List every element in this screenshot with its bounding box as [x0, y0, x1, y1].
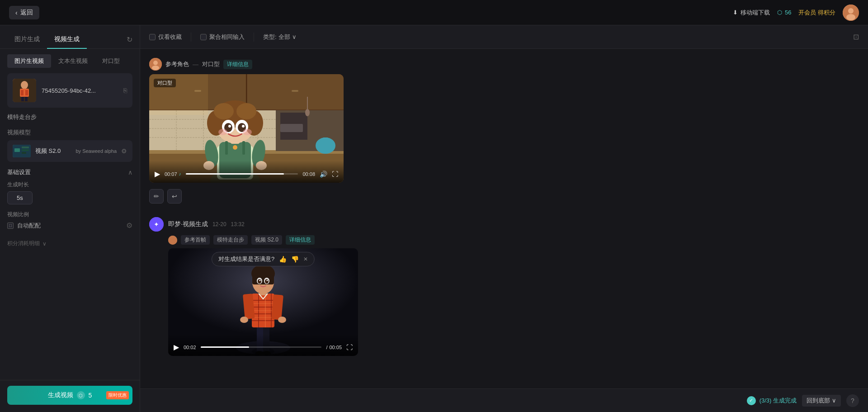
content-toolbar: 仅看收藏 聚合相同输入 类型: 全部 ∨ ⊡ [140, 25, 868, 49]
avatar[interactable] [843, 5, 859, 21]
duration-button[interactable]: 5s [7, 191, 33, 204]
generate-badge: 限时优惠 [106, 391, 129, 399]
ratio-setting: 视频比例 □ 自动配配 ⚙ [7, 211, 132, 230]
points-detail[interactable]: 积分消耗明细 ∨ [7, 236, 132, 251]
back-icon: ‹ [15, 9, 18, 16]
download-label: 移动端下载 [741, 9, 770, 17]
generate-button[interactable]: 生成视频 ⬡ 5 限时优惠 [7, 386, 132, 405]
ratio-settings-icon[interactable]: ⚙ [126, 221, 132, 230]
cost-icon: ⬡ [77, 391, 85, 399]
video-1-actions: ✏ ↩ [149, 186, 859, 206]
feed-item-1-meta: 参考角色 — 对口型 详细信息 [165, 60, 252, 69]
satisfaction-popup: 对生成结果是否满意? 👍 👎 ✕ [212, 252, 315, 266]
duration-setting: 生成时长 5s [7, 181, 132, 204]
play-button-1[interactable]: ▶ [155, 170, 160, 178]
fullscreen-icon-2[interactable]: ⛶ [346, 344, 353, 351]
svg-rect-40 [280, 124, 303, 132]
topbar-left: ‹ 返回 [9, 6, 39, 19]
svg-rect-14 [22, 152, 26, 154]
generate-label: 生成视频 [48, 391, 73, 399]
svg-rect-70 [242, 141, 245, 155]
return-bottom-button[interactable]: 回到底部 ∨ [802, 395, 841, 407]
favorites-filter[interactable]: 仅看收藏 [149, 33, 182, 41]
svg-point-62 [242, 125, 245, 128]
svg-point-4 [21, 81, 28, 89]
feed-2-detail-button[interactable]: 详细信息 [286, 235, 315, 245]
feed-2-date: 12-20 [212, 221, 226, 227]
edit-button-1[interactable]: ✏ [149, 189, 164, 204]
feed-2-ref-avatar [168, 236, 177, 245]
type-dropdown[interactable]: 类型: 全部 ∨ [263, 33, 297, 41]
feed: 参考角色 — 对口型 详细信息 [140, 49, 868, 388]
help-button[interactable]: ? [846, 394, 859, 407]
main-layout: 图片生成 视频生成 ↻ 图片生视频 文本生视频 对口型 [0, 25, 868, 412]
settings-toggle-icon[interactable]: ∧ [128, 169, 132, 176]
model-settings-icon[interactable]: ⚙ [121, 147, 127, 155]
duration-label: 生成时长 [7, 181, 132, 189]
model-card: 视频 S2.0 by Seaweed alpha ⚙ [7, 140, 132, 162]
settings-header: 基础设置 ∧ [7, 168, 132, 176]
tab-video-generation[interactable]: 视频生成 [47, 31, 87, 49]
play-button-2[interactable]: ▶ [174, 343, 179, 351]
fullscreen-icon-1[interactable]: ⛶ [332, 170, 338, 178]
refresh-icon[interactable]: ↻ [127, 35, 132, 44]
model-name: 视频 S2.0 [35, 147, 71, 155]
feed-2-source: 即梦·视频生成 [168, 220, 208, 228]
generate-cost: 5 [89, 392, 92, 399]
svg-point-108 [267, 280, 268, 281]
svg-rect-69 [225, 141, 228, 155]
total-time-1: 00:08 [302, 171, 315, 177]
svg-rect-6 [21, 90, 24, 95]
back-button[interactable]: ‹ 返回 [9, 6, 39, 19]
svg-rect-11 [14, 148, 20, 152]
generate-area: 生成视频 ⬡ 5 限时优惠 [0, 380, 140, 412]
sidebar-tabs: 图片生成 视频生成 ↻ [0, 25, 140, 49]
svg-rect-8 [21, 97, 24, 101]
volume-icon-1[interactable]: 🔊 [320, 170, 327, 178]
merge-filter[interactable]: 聚合相同输入 [200, 33, 245, 41]
ratio-row: □ 自动配配 ⚙ [7, 221, 132, 230]
svg-point-55 [214, 103, 234, 119]
feed-1-separator: — [193, 61, 198, 68]
status-text: (3/3) 生成完成 [760, 397, 797, 405]
video-frame-2: 对生成结果是否满意? 👍 👎 ✕ ▶ 00:02 [168, 248, 358, 356]
svg-rect-13 [22, 149, 29, 151]
member-label: 开会员 得积分 [798, 9, 835, 16]
feed-2-header: ✦ 即梦·视频生成 12-20 13:32 [149, 217, 859, 232]
points-badge: ⬡ 56 [777, 9, 791, 16]
subtab-text-to-video[interactable]: 文本生视频 [51, 54, 95, 68]
feed-2-time: 13:32 [231, 221, 245, 227]
progress-fill-2 [201, 346, 249, 348]
video-player-2: 对生成结果是否满意? 👍 👎 ✕ ▶ 00:02 [168, 248, 358, 356]
copy-icon[interactable]: ⎘ [123, 87, 127, 94]
video-1-controls: ▶ 00:07 ♪ 00:08 🔊 [149, 161, 344, 183]
progress-bar-1[interactable] [186, 173, 298, 175]
video-player-1: 对口型 ▶ 00:07 ♪ 00:08 [149, 74, 344, 183]
svg-point-64 [243, 129, 252, 135]
thumbs-up-icon[interactable]: 👍 [279, 256, 287, 263]
subtab-dialogue[interactable]: 对口型 [95, 54, 127, 68]
thumbs-down-icon[interactable]: 👎 [291, 256, 299, 263]
feed-1-detail-button[interactable]: 详细信息 [223, 60, 252, 69]
ratio-checkbox[interactable]: □ [7, 223, 14, 229]
tab-image-generation[interactable]: 图片生成 [7, 31, 47, 49]
help-text: ? [851, 397, 854, 404]
progress-bar-2[interactable] [201, 346, 322, 348]
download-button[interactable]: ⬇ 移动端下载 [733, 9, 770, 17]
satisfaction-text: 对生成结果是否满意? [218, 255, 274, 263]
subtab-img-to-video[interactable]: 图片生视频 [7, 54, 51, 68]
member-button[interactable]: 开会员 得积分 [798, 9, 835, 17]
type-label: 类型: [263, 33, 277, 41]
template-label: 模特走台步 [7, 113, 132, 121]
svg-rect-12 [22, 147, 29, 148]
model-icon [13, 145, 31, 157]
model-badge: by Seaweed alpha [75, 148, 117, 154]
image-reference-card: 75455205-94bc-42... ⎘ [7, 73, 132, 108]
feed-1-type: 参考角色 [165, 60, 189, 68]
expand-button[interactable]: ⊡ [853, 33, 859, 41]
merge-checkbox[interactable] [200, 34, 207, 40]
satisfaction-close-icon[interactable]: ✕ [303, 256, 308, 262]
share-button-1[interactable]: ↩ [167, 189, 182, 204]
favorites-checkbox[interactable] [149, 34, 156, 40]
svg-point-17 [152, 66, 159, 70]
